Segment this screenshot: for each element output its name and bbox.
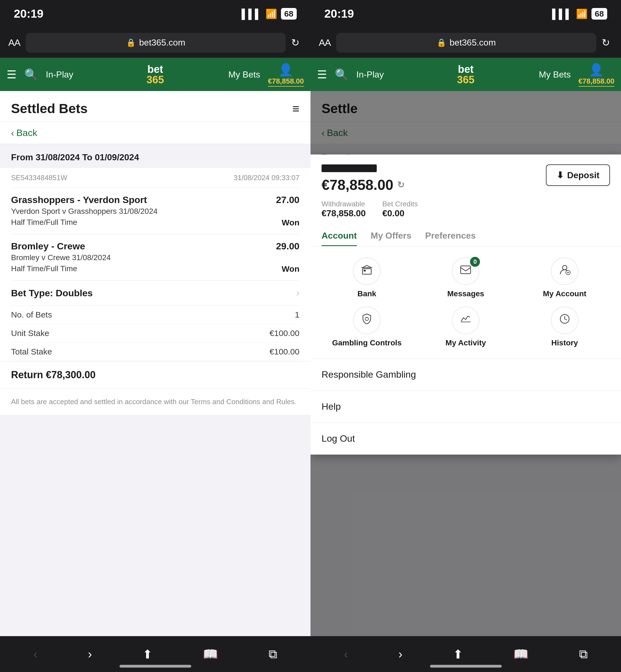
bookmarks-btn-right[interactable]: 📖 <box>513 647 529 661</box>
credits-row: Withdrawable €78,858.00 Bet Credits €0.0… <box>310 200 621 226</box>
bet-card-left: SE5433484851W 31/08/2024 09:33:07 Grassh… <box>0 168 310 361</box>
logout-item[interactable]: Log Out <box>310 422 621 455</box>
my-account-icon <box>558 263 571 279</box>
nav-bar-left: ☰ 🔍 In-Play bet 365 My Bets 👤 €78,858.00 <box>0 58 310 91</box>
grid-item-my-account[interactable]: My Account <box>520 257 610 298</box>
balance-label-left: €78,858.00 <box>268 77 304 87</box>
tabs-btn-right[interactable]: ⧉ <box>579 647 588 661</box>
logo-365-left: 365 <box>147 75 164 85</box>
my-account-icon-container <box>551 257 579 285</box>
tab-my-offers[interactable]: My Offers <box>371 226 412 246</box>
home-indicator-right <box>430 665 502 668</box>
back-text-left: Back <box>16 128 37 138</box>
balance-refresh-icon[interactable]: ↻ <box>397 180 405 190</box>
svg-rect-2 <box>461 266 470 274</box>
browser-aa-right[interactable]: AA <box>319 37 331 48</box>
browser-aa-left[interactable]: AA <box>8 37 20 48</box>
signal-icon-right: ▌▌▌ <box>552 8 572 19</box>
bet-credits-label: Bet Credits <box>382 200 418 208</box>
bookmarks-btn-left[interactable]: 📖 <box>203 647 218 661</box>
search-icon-right[interactable]: 🔍 <box>335 68 348 81</box>
svg-rect-1 <box>364 270 366 271</box>
logo-bet-right: bet <box>458 64 473 75</box>
bet-type-row-left[interactable]: Bet Type: Doubles › <box>11 280 299 306</box>
my-activity-icon <box>459 312 472 328</box>
share-btn-right[interactable]: ⬆ <box>453 647 463 661</box>
match1-name-left: Grasshoppers - Yverdon Sport <box>11 194 276 205</box>
bet-ref-left: SE5433484851W <box>11 174 67 182</box>
browser-url-text-left: bet365.com <box>139 38 185 48</box>
back-link-left[interactable]: ‹ Back <box>0 122 310 144</box>
hamburger-icon-left[interactable]: ☰ <box>7 68 16 81</box>
account-button-right[interactable]: 👤 €78,858.00 <box>579 62 614 87</box>
unit-stake-label-left: Unit Stake <box>11 328 49 338</box>
bet365-logo-right: bet 365 <box>457 64 474 85</box>
mybets-link-left[interactable]: My Bets <box>228 70 260 80</box>
page-content-left: Settled Bets ≡ ‹ Back From 31/08/2024 To… <box>0 91 310 636</box>
grid-item-my-activity[interactable]: My Activity <box>420 307 511 347</box>
back-chevron-left: ‹ <box>11 128 14 138</box>
home-indicator-left <box>120 665 191 668</box>
account-header: €78,858.00 ↻ ⬇ Deposit <box>310 154 621 200</box>
my-activity-icon-container <box>452 307 480 334</box>
match2-odds-left: 29.00 <box>276 241 299 252</box>
forward-nav-left[interactable]: › <box>88 647 92 661</box>
match1-detail-left: Yverdon Sport v Grasshoppers 31/08/2024 <box>11 207 299 216</box>
grid-item-messages[interactable]: 0 Messages <box>420 257 511 298</box>
battery-badge-left: 68 <box>281 8 297 19</box>
back-nav-right[interactable]: ‹ <box>344 647 348 661</box>
status-bar-left: 20:19 ▌▌▌ 📶 68 <box>0 0 310 28</box>
history-icon-container <box>551 307 579 334</box>
help-item[interactable]: Help <box>310 391 621 422</box>
responsible-gambling-item[interactable]: Responsible Gambling <box>310 359 621 391</box>
disclaimer-left: All bets are accepted and settled in acc… <box>0 389 310 415</box>
back-nav-left[interactable]: ‹ <box>33 647 38 661</box>
no-of-bets-row-left: No. of Bets 1 <box>11 306 299 324</box>
battery-badge-right: 68 <box>591 8 607 19</box>
account-name-bar <box>322 165 377 172</box>
settled-menu-icon-left[interactable]: ≡ <box>292 102 299 116</box>
status-icons-left: ▌▌▌ 📶 68 <box>242 8 297 19</box>
bet-ref-row-left: SE5433484851W 31/08/2024 09:33:07 <box>11 168 299 188</box>
match2-detail-left: Bromley v Crewe 31/08/2024 <box>11 253 299 262</box>
refresh-icon-left[interactable]: ↻ <box>291 37 302 49</box>
deposit-button[interactable]: ⬇ Deposit <box>546 165 610 186</box>
nav-right-right: My Bets 👤 €78,858.00 <box>539 62 614 87</box>
account-grid: Bank 0 Messages <box>310 247 621 359</box>
messages-icon-container: 0 <box>452 257 480 285</box>
grid-item-gambling-controls[interactable]: Gambling Controls <box>322 307 412 347</box>
match1-market-left: Half Time/Full Time <box>11 218 77 227</box>
forward-nav-right[interactable]: › <box>398 647 403 661</box>
tab-account[interactable]: Account <box>322 226 357 246</box>
svg-rect-7 <box>461 322 470 322</box>
unit-stake-row-left: Unit Stake €100.00 <box>11 324 299 343</box>
page-content-right: Settle ‹ Back From 3... €78,858.00 ↻ ⬇ <box>310 91 621 636</box>
refresh-icon-right[interactable]: ↻ <box>602 37 613 49</box>
match2-result-row-left: Half Time/Full Time Won <box>11 264 299 274</box>
share-btn-left[interactable]: ⬆ <box>142 647 153 661</box>
account-name-block: €78,858.00 ↻ <box>322 165 546 193</box>
browser-url-bar-left[interactable]: 🔒 bet365.com <box>26 33 286 53</box>
total-stake-label-left: Total Stake <box>11 347 52 356</box>
account-button-left[interactable]: 👤 €78,858.00 <box>268 62 304 87</box>
tab-preferences[interactable]: Preferences <box>425 226 476 246</box>
history-icon <box>558 312 571 328</box>
match1-odds-left: 27.00 <box>276 194 299 205</box>
search-icon-left[interactable]: 🔍 <box>24 68 38 81</box>
inplay-link-right[interactable]: In-Play <box>356 70 384 80</box>
logo-365-right: 365 <box>457 75 474 85</box>
hamburger-icon-right[interactable]: ☰ <box>317 68 327 81</box>
lock-icon-right: 🔒 <box>437 38 446 47</box>
lock-icon-left: 🔒 <box>126 38 136 47</box>
browser-url-bar-right[interactable]: 🔒 bet365.com <box>336 33 596 53</box>
bet-item-2-left: Bromley - Crewe 29.00 Bromley v Crewe 31… <box>11 234 299 280</box>
bet-type-label-left: Bet Type: Doubles <box>11 288 93 299</box>
grid-item-history[interactable]: History <box>520 307 610 347</box>
account-tabs: Account My Offers Preferences <box>310 226 621 247</box>
status-bar-right: 20:19 ▌▌▌ 📶 68 <box>310 0 621 28</box>
match2-won-left: Won <box>282 264 299 274</box>
tabs-btn-left[interactable]: ⧉ <box>268 647 277 661</box>
grid-item-bank[interactable]: Bank <box>322 257 412 298</box>
mybets-link-right[interactable]: My Bets <box>539 70 571 80</box>
inplay-link-left[interactable]: In-Play <box>46 70 73 80</box>
